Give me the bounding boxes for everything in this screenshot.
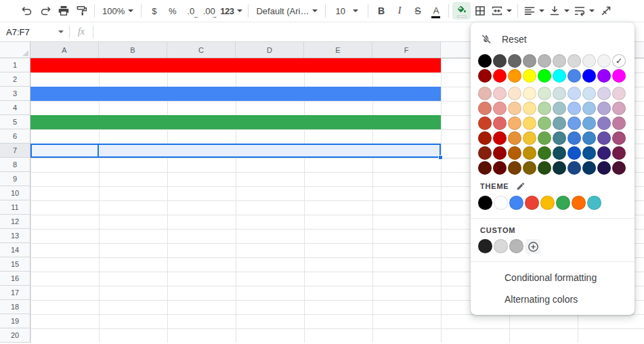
horizontal-align-button[interactable] (521, 2, 546, 20)
color-swatch[interactable] (523, 87, 536, 100)
color-swatch[interactable] (582, 69, 596, 83)
custom-color-swatch[interactable] (478, 239, 492, 253)
color-swatch[interactable] (493, 69, 507, 83)
color-swatch[interactable] (538, 116, 551, 130)
color-swatch[interactable] (493, 131, 507, 145)
color-swatch[interactable] (597, 54, 611, 68)
row-header-3[interactable]: 3 (0, 87, 30, 101)
color-swatch[interactable] (553, 54, 566, 68)
redo-button[interactable] (36, 2, 54, 20)
row-header-6[interactable]: 6 (0, 129, 30, 144)
row-header-2[interactable]: 2 (0, 72, 30, 87)
text-wrap-button[interactable] (572, 2, 597, 20)
color-swatch[interactable] (523, 116, 536, 130)
color-swatch[interactable] (612, 131, 626, 145)
color-swatch[interactable] (478, 161, 492, 175)
color-swatch[interactable] (508, 87, 521, 100)
row-header-17[interactable]: 17 (0, 286, 30, 300)
color-swatch[interactable] (478, 116, 492, 130)
color-swatch[interactable] (493, 116, 507, 130)
color-swatch[interactable] (538, 146, 551, 160)
color-swatch[interactable] (582, 161, 596, 175)
color-swatch[interactable] (478, 87, 492, 100)
color-swatch[interactable] (597, 131, 611, 145)
color-swatch[interactable] (553, 116, 566, 130)
color-swatch[interactable] (493, 161, 507, 175)
color-swatch[interactable] (523, 69, 536, 83)
color-swatch[interactable] (523, 131, 536, 145)
edit-pencil-icon[interactable] (516, 181, 525, 191)
color-swatch[interactable] (582, 116, 596, 130)
color-swatch[interactable] (523, 102, 536, 115)
alternating-colors-item[interactable]: Alternating colors (471, 288, 635, 310)
column-header-E[interactable]: E (304, 42, 372, 58)
color-swatch[interactable] (478, 146, 492, 160)
decrease-decimal-button[interactable]: .0 ← (181, 2, 200, 20)
fill-handle[interactable] (438, 155, 443, 160)
color-swatch[interactable] (523, 161, 536, 175)
color-swatch[interactable] (597, 161, 611, 175)
column-header-B[interactable]: B (99, 42, 167, 58)
color-swatch[interactable] (567, 161, 581, 175)
color-swatch[interactable] (582, 102, 596, 115)
color-swatch[interactable] (478, 131, 492, 145)
color-swatch[interactable] (538, 102, 551, 115)
row-header-16[interactable]: 16 (0, 272, 30, 286)
row-header-7[interactable]: 7 (0, 144, 30, 158)
color-swatch[interactable] (508, 54, 521, 68)
color-swatch[interactable] (567, 87, 581, 100)
custom-color-swatch[interactable] (509, 239, 523, 253)
row-header-10[interactable]: 10 (0, 186, 30, 200)
undo-button[interactable] (18, 2, 36, 20)
column-header-D[interactable]: D (236, 42, 304, 58)
filled-row-3[interactable] (30, 87, 441, 101)
increase-decimal-button[interactable]: .00 → (200, 2, 218, 20)
row-header-15[interactable]: 15 (0, 257, 30, 272)
row-header-5[interactable]: 5 (0, 115, 30, 129)
fill-color-button[interactable] (452, 2, 471, 20)
row-header-12[interactable]: 12 (0, 215, 30, 229)
theme-color-swatch[interactable] (494, 196, 508, 210)
filled-row-5[interactable] (30, 115, 441, 129)
color-swatch[interactable] (508, 69, 521, 83)
reset-button[interactable]: Reset (471, 28, 635, 51)
theme-color-swatch[interactable] (587, 196, 601, 210)
color-swatch[interactable] (553, 102, 566, 115)
color-swatch[interactable] (553, 146, 566, 160)
color-swatch[interactable] (567, 69, 581, 83)
color-swatch[interactable] (508, 161, 521, 175)
custom-color-swatch[interactable] (494, 239, 508, 253)
row-header-20[interactable]: 20 (0, 328, 30, 343)
color-swatch[interactable] (597, 146, 611, 160)
column-header-A[interactable]: A (30, 42, 99, 58)
color-swatch[interactable] (553, 161, 566, 175)
name-box[interactable]: A7:F7 (0, 22, 69, 41)
theme-color-swatch[interactable] (509, 196, 523, 210)
row-header-18[interactable]: 18 (0, 300, 30, 314)
color-swatch[interactable] (597, 116, 611, 130)
color-swatch[interactable] (582, 54, 596, 68)
color-swatch[interactable] (493, 87, 507, 100)
select-all-corner[interactable] (0, 42, 30, 58)
color-swatch[interactable] (538, 69, 551, 83)
row-header-1[interactable]: 1 (0, 58, 30, 72)
strikethrough-button[interactable]: S (408, 2, 427, 20)
theme-color-swatch[interactable] (478, 196, 492, 210)
theme-color-swatch[interactable] (540, 196, 555, 210)
color-swatch[interactable] (478, 102, 492, 115)
column-header-F[interactable]: F (372, 42, 441, 58)
color-swatch[interactable] (597, 102, 611, 115)
theme-color-swatch[interactable] (556, 196, 570, 210)
row-header-9[interactable]: 9 (0, 172, 30, 186)
active-cell[interactable] (30, 144, 99, 158)
color-swatch[interactable] (493, 102, 507, 115)
color-swatch[interactable] (538, 131, 551, 145)
color-swatch[interactable] (478, 54, 492, 68)
color-swatch[interactable] (612, 69, 626, 83)
row-header-8[interactable]: 8 (0, 158, 30, 172)
conditional-formatting-item[interactable]: Conditional formatting (471, 267, 635, 288)
color-swatch[interactable] (493, 146, 507, 160)
color-swatch[interactable] (523, 54, 536, 68)
color-swatch[interactable] (612, 102, 626, 115)
color-swatch[interactable] (508, 116, 521, 130)
